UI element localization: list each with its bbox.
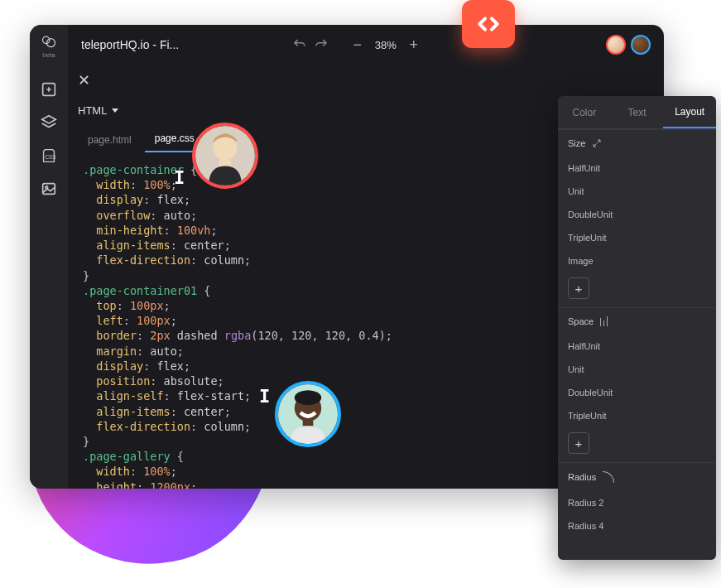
space-unit[interactable]: Unit [558, 358, 716, 381]
beta-label: beta [42, 51, 55, 59]
layers-icon[interactable] [40, 113, 58, 132]
code-icon [475, 11, 502, 37]
chevron-down-icon [112, 108, 118, 113]
image-icon[interactable] [40, 180, 58, 198]
cursor-caret-2: I [259, 386, 270, 407]
section-radius: Radius [558, 462, 716, 491]
svg-marker-5 [42, 116, 56, 123]
code-panel-header: ✕ [68, 65, 664, 96]
zoom-in-button[interactable]: + [408, 36, 420, 54]
size-unit[interactable]: Unit [558, 180, 716, 203]
language-label: HTML [78, 104, 107, 117]
space-icon [600, 316, 608, 326]
size-halfunit[interactable]: HalfUnit [558, 157, 716, 180]
left-rail: beta CSS [30, 25, 68, 489]
avatar-user-2[interactable] [631, 35, 651, 55]
expand-icon[interactable] [592, 138, 602, 148]
code-badge[interactable] [462, 0, 515, 48]
cursor-avatar-user-1 [192, 123, 258, 189]
zoom-value: 38% [375, 39, 397, 51]
inspector-panel: Color Text Layout Size HalfUnit Unit Dou… [558, 96, 716, 560]
avatar-user-1[interactable] [606, 35, 626, 55]
section-space: Space [558, 307, 716, 335]
logo-beta[interactable]: beta [41, 33, 57, 59]
section-space-label: Space [568, 316, 594, 326]
size-tripleunit[interactable]: TripleUnit [558, 226, 716, 249]
topbar: teleportHQ.io - Fi... − 38% + [68, 25, 664, 65]
add-size-button[interactable]: + [568, 277, 589, 299]
project-title: teleportHQ.io - Fi... [81, 38, 179, 51]
cursor-caret-1: I [174, 167, 185, 188]
zoom-out-button[interactable]: − [352, 36, 363, 54]
zoom-controls: − 38% + [352, 36, 420, 54]
section-radius-label: Radius [568, 472, 596, 482]
space-doubleunit[interactable]: DoubleUnit [558, 381, 716, 404]
svg-point-14 [295, 390, 321, 405]
add-element-icon[interactable] [40, 80, 58, 99]
undo-redo [292, 37, 329, 52]
section-size-label: Size [568, 138, 585, 148]
space-tripleunit[interactable]: TripleUnit [558, 404, 716, 427]
radius-2[interactable]: Radius 2 [558, 491, 716, 514]
undo-icon[interactable] [292, 37, 307, 52]
tab-color[interactable]: Color [558, 96, 611, 128]
section-size: Size [558, 129, 716, 157]
cursor-avatar-user-2 [275, 381, 341, 447]
collaborator-avatars [606, 35, 651, 55]
space-halfunit[interactable]: HalfUnit [558, 335, 716, 358]
tab-page-html[interactable]: page.html [78, 128, 142, 152]
size-image[interactable]: Image [558, 249, 716, 272]
close-icon[interactable]: ✕ [78, 71, 90, 89]
avatar-face-1 [195, 126, 255, 186]
css-icon[interactable]: CSS [40, 147, 58, 165]
tab-text[interactable]: Text [611, 96, 664, 128]
radius-4[interactable]: Radius 4 [558, 514, 716, 537]
radius-icon [603, 471, 614, 483]
redo-icon[interactable] [314, 37, 329, 52]
svg-point-10 [214, 137, 238, 161]
add-space-button[interactable]: + [568, 432, 589, 454]
inspector-tabs: Color Text Layout [558, 96, 716, 129]
logo-icon [41, 33, 57, 50]
tab-layout[interactable]: Layout [663, 96, 716, 128]
svg-rect-15 [303, 420, 314, 426]
size-doubleunit[interactable]: DoubleUnit [558, 203, 716, 226]
svg-text:CSS: CSS [45, 154, 55, 160]
avatar-face-2 [278, 384, 338, 444]
